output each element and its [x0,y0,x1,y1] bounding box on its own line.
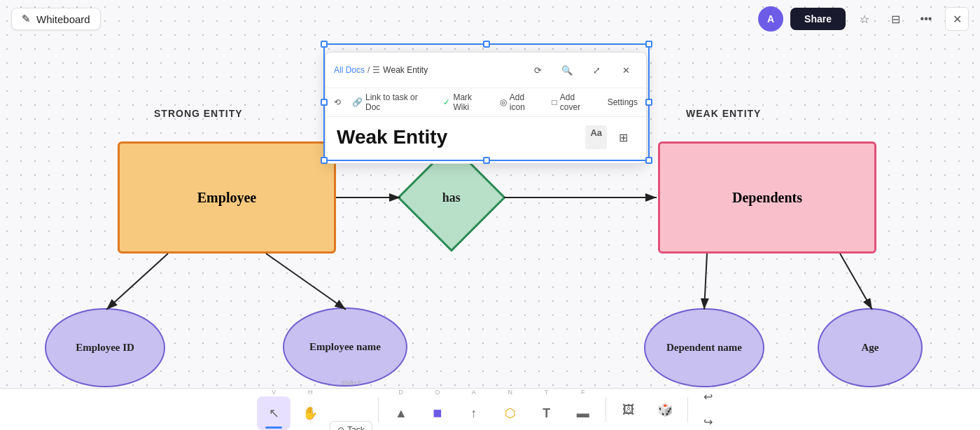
text-tool-wrapper: T T [530,389,564,430]
wiki-settings[interactable]: Settings [608,97,638,107]
breadcrumb-icon: ☰ [372,65,380,75]
wiki-breadcrumb: All Docs / ☰ Weak Entity [334,65,428,75]
handle-tl[interactable] [321,41,328,48]
draw-shortcut: D [384,389,418,396]
cursor-icon: ↖ [269,407,279,419]
more-tools-btn[interactable]: 🎲 [648,393,682,426]
arrow-shortcut: A [457,389,491,396]
note-icon: ⬡ [505,407,516,419]
draw-tool-btn[interactable]: ▲ [384,396,418,430]
handle-tr[interactable] [645,41,652,48]
text-tool-btn[interactable]: T [530,396,564,430]
active-indicator [265,426,282,429]
breadcrumb-current: Weak Entity [383,65,428,75]
arrow-tool-wrapper: A ↑ [457,389,491,430]
employee-label: Employee [197,190,256,206]
hand-shortcut: H [293,389,327,396]
frame-icon: ▬ [577,407,589,419]
handle-tm[interactable] [483,41,490,48]
wiki-history-btn[interactable]: ⟳ [526,58,550,82]
undo-btn[interactable]: ↩ [696,385,720,409]
square-icon: ■ [433,405,442,421]
wiki-title-area: Weak Entity Aa ⊞ [326,117,646,163]
wiki-title: Weak Entity [337,125,447,149]
top-bar: ✎ Whiteboard A Share ☆ ⊟ ••• ✕ [0,0,980,38]
toolbar-divider-1 [378,397,379,422]
wiki-right-icons: Aa ⊞ [585,125,635,149]
wiki-popup: All Docs / ☰ Weak Entity ⟳ 🔍 ⤢ ✕ ⟲ 🔗 Lin… [325,52,647,164]
wiki-refresh-btn[interactable]: ⟲ [334,97,341,107]
wiki-popup-header: All Docs / ☰ Weak Entity ⟳ 🔍 ⤢ ✕ [326,53,646,88]
select-tool-btn[interactable]: ↖ [257,396,290,430]
share-button[interactable]: Share [790,8,846,30]
shape-tool-wrapper: O ■ [421,389,454,430]
media-tool-btn[interactable]: 🖼 [612,393,645,426]
shape-tool-btn[interactable]: ■ [421,396,454,430]
avatar[interactable]: A [758,6,783,32]
employee-name-ellipse[interactable]: Employee name [283,307,407,387]
wiki-close-btn[interactable]: ✕ [614,58,638,82]
task-tool-btn[interactable] [330,387,363,421]
layout-button[interactable]: ⊟ [883,7,907,31]
wiki-mark-wiki[interactable]: ✓ Mark Wiki [443,92,488,112]
more-button[interactable]: ••• [914,7,938,31]
hand-tool-btn[interactable]: ✋ [293,396,327,430]
frame-shortcut: F [566,389,600,396]
select-tool-wrapper: V ↖ [257,389,290,430]
top-right-controls: A Share ☆ ⊟ ••• ✕ [758,6,969,32]
svg-line-4 [266,254,346,310]
close-button[interactable]: ✕ [945,7,969,31]
more-icon: 🎲 [657,403,673,416]
arrow-up-icon: ↑ [470,407,477,419]
hand-icon: ✋ [302,407,318,419]
employee-id-label: Employee ID [76,342,134,354]
svg-line-5 [704,254,707,310]
wiki-add-cover[interactable]: □ Add cover [552,92,596,112]
employee-entity[interactable]: Employee [118,141,336,254]
wiki-add-icon[interactable]: ◎ Add icon [500,92,541,112]
age-ellipse[interactable]: Age [818,308,923,387]
strong-entity-label: STRONG ENTITY [154,108,243,119]
dependent-name-ellipse[interactable]: Dependent name [644,308,764,387]
wiki-expand-btn[interactable]: ⤢ [584,58,608,82]
breadcrumb-separator: / [368,65,370,75]
star-button[interactable]: ☆ [853,7,876,31]
bottom-toolbar: V ↖ H ✋ Shift+T ⊙ Task D ▲ O ■ [0,388,980,430]
note-shortcut: N [493,389,527,396]
text-icon: T [542,407,550,419]
select-shortcut: V [257,389,290,396]
svg-line-3 [106,254,168,310]
redo-btn[interactable]: ↪ [696,410,720,431]
dependents-entity[interactable]: Dependents [658,141,876,254]
hand-tool-wrapper: H ✋ [293,389,327,430]
icon-icon: ◎ [500,97,507,107]
media-icon: 🖼 [622,403,635,416]
task-check-icon: ⊙ [337,425,344,430]
link-icon: 🔗 [352,97,363,107]
age-label: Age [862,342,879,354]
task-shortcut: Shift+T [330,380,372,387]
note-tool-btn[interactable]: ⬡ [493,396,527,430]
wiki-aa-badge: Aa [585,125,607,149]
shape-shortcut: O [421,389,454,396]
app-title-text: Whiteboard [36,13,90,25]
app-title[interactable]: ✎ Whiteboard [11,8,101,30]
employee-name-label: Employee name [309,341,381,353]
wiki-link-task[interactable]: 🔗 Link to task or Doc [352,92,432,112]
draw-tool-wrapper: D ▲ [384,389,418,430]
note-tool-wrapper: N ⬡ [493,389,527,430]
wiki-toolbar: ⟲ 🔗 Link to task or Doc ✓ Mark Wiki ◎ Ad… [326,88,646,117]
wiki-grid-btn[interactable]: ⊞ [611,125,635,149]
employee-id-ellipse[interactable]: Employee ID [45,308,165,387]
wiki-search-btn[interactable]: 🔍 [555,58,579,82]
task-label: Task [347,425,365,430]
arrow-tool-btn[interactable]: ↑ [457,396,491,430]
toolbar-divider-3 [687,397,688,422]
task-inner-btn[interactable]: ⊙ Task [330,421,372,430]
breadcrumb-all-docs[interactable]: All Docs [334,65,365,75]
frame-tool-btn[interactable]: ▬ [566,396,600,430]
diagram-area: STRONG ENTITY WEAK ENTITY Employee Depen… [0,38,980,388]
dependent-name-label: Dependent name [661,336,748,359]
pen-icon: ▲ [395,407,407,419]
wiki-header-icons: ⟳ 🔍 ⤢ ✕ [526,58,638,82]
